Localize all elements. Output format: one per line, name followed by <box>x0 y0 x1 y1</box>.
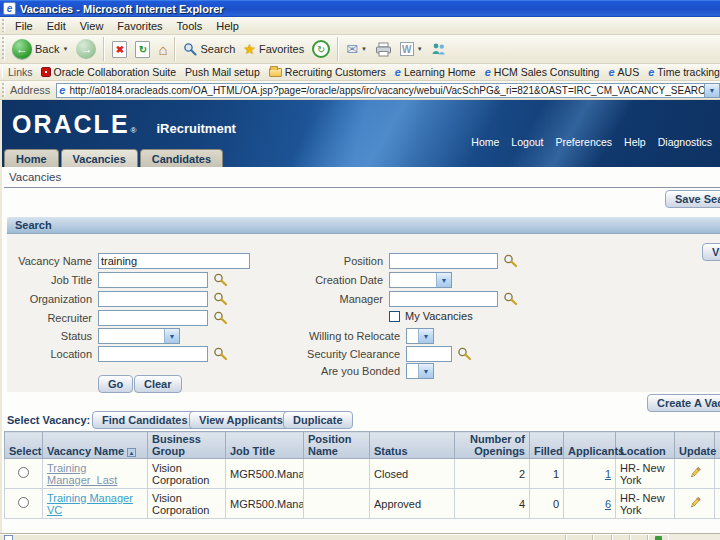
link-push-mail-setup[interactable]: Push Mail setup <box>183 66 267 78</box>
global-link-help[interactable]: Help <box>624 136 646 148</box>
status-divider <box>629 535 630 540</box>
back-button[interactable]: ← Back ▼ <box>8 37 72 61</box>
chevron-down-icon[interactable]: ▼ <box>436 273 451 287</box>
browser-window: e Vacancies - Microsoft Internet Explore… <box>0 0 720 540</box>
update-pencil-icon[interactable] <box>688 470 702 482</box>
messenger-button[interactable] <box>427 40 451 58</box>
my-vacancies-checkbox[interactable] <box>389 311 400 322</box>
applicants-count-link[interactable]: 1 <box>605 468 611 480</box>
manager-lov-button[interactable] <box>503 292 518 306</box>
global-link-home[interactable]: Home <box>471 136 499 148</box>
status-select[interactable]: ▼ <box>98 328 180 344</box>
col-position-name: PositionName <box>304 432 370 459</box>
stop-button[interactable]: ✖ <box>108 39 131 60</box>
tab-candidates[interactable]: Candidates <box>140 149 223 167</box>
linksbar-grip[interactable] <box>2 66 3 78</box>
menu-tools[interactable]: Tools <box>170 18 210 34</box>
row-radio-button[interactable] <box>18 497 29 508</box>
menu-edit[interactable]: Edit <box>40 18 73 34</box>
applicants-count-link[interactable]: 6 <box>605 498 611 510</box>
oracle-logo: ORACLE <box>12 110 130 139</box>
menu-favorites[interactable]: Favorites <box>110 18 169 34</box>
are-you-bonded-field: Are you Bonded ▼ <box>282 363 434 379</box>
print-icon <box>375 42 392 57</box>
link-time-tracking[interactable]: e Time tracking <box>646 66 720 78</box>
organization-lov-button[interactable] <box>213 292 228 306</box>
toolbar-grip[interactable] <box>2 37 5 61</box>
toolbar-separator <box>337 37 339 61</box>
col-job-title: Job Title <box>226 432 304 459</box>
location-input[interactable] <box>98 346 208 362</box>
row-radio-button[interactable] <box>18 467 29 478</box>
global-link-preferences[interactable]: Preferences <box>555 136 612 148</box>
link-oracle-collaboration-suite[interactable]: Oracle Collaboration Suite <box>39 66 184 78</box>
update-cell <box>675 489 715 519</box>
link-learning-home[interactable]: e Learning Home <box>393 66 483 78</box>
create-a-vacancy-button[interactable]: Create A Vaca <box>647 394 720 412</box>
chevron-down-icon[interactable]: ▼ <box>164 329 179 343</box>
history-button[interactable]: ↻ <box>308 38 334 60</box>
find-candidates-button[interactable]: Find Candidates <box>92 411 198 429</box>
job-title-input[interactable] <box>98 272 208 288</box>
sort-ascending-icon[interactable]: ▲ <box>127 448 136 457</box>
job-title-lov-button[interactable] <box>213 273 228 287</box>
menu-help[interactable]: Help <box>209 18 246 34</box>
clear-button[interactable]: Clear <box>134 375 182 393</box>
back-dropdown-caret[interactable]: ▼ <box>62 46 68 52</box>
print-button[interactable] <box>371 40 396 59</box>
location-label: Location <box>2 348 98 360</box>
manager-input[interactable] <box>389 291 498 307</box>
duplicate-button[interactable]: Duplicate <box>283 411 353 429</box>
security-clearance-lov-button[interactable] <box>457 347 472 361</box>
addressbar-grip[interactable] <box>2 83 5 97</box>
tab-home[interactable]: Home <box>4 149 59 167</box>
chevron-down-icon[interactable]: ▼ <box>418 364 433 378</box>
recruiter-label: Recruiter <box>2 312 98 324</box>
chevron-down-icon[interactable]: ▼ <box>418 329 433 343</box>
mail-button[interactable]: ✉ ▼ <box>342 39 371 59</box>
link-recruiting-customers[interactable]: Recruiting Customers <box>267 66 393 78</box>
view-applicants-button[interactable]: View Applicants <box>189 411 293 429</box>
menu-file[interactable]: File <box>8 18 40 34</box>
edit-with-word-button[interactable]: W ▼ <box>396 40 427 58</box>
refresh-button[interactable]: ↻ <box>131 39 154 60</box>
vacancy-name-label: Vacancy Name <box>2 255 98 267</box>
save-search-button[interactable]: Save Sea <box>665 190 720 208</box>
global-link-diagnostics[interactable]: Diagnostics <box>658 136 712 148</box>
vacancy-name-link[interactable]: Training Manager VC <box>47 492 133 516</box>
recruiter-input[interactable] <box>98 310 208 326</box>
vacancy-name-link[interactable]: Training Manager_Last <box>47 462 117 486</box>
organization-input[interactable] <box>98 291 208 307</box>
creation-date-select[interactable]: ▼ <box>389 272 452 288</box>
link-aus[interactable]: e AUS <box>606 66 646 78</box>
position-lov-button[interactable] <box>503 254 518 268</box>
link-hcm-sales-consulting[interactable]: e HCM Sales Consulting <box>483 66 607 78</box>
location-lov-button[interactable] <box>213 347 228 361</box>
col-vacancy-name[interactable]: Vacancy Name▲ <box>43 432 148 459</box>
menu-view[interactable]: View <box>73 18 111 34</box>
mail-dropdown-caret[interactable]: ▼ <box>361 46 367 52</box>
status-divider <box>592 535 593 540</box>
edit-dropdown-caret[interactable]: ▼ <box>417 46 423 52</box>
favorites-button[interactable]: ★ Favorites <box>239 39 308 59</box>
openings-cell: 4 <box>455 489 530 519</box>
update-pencil-icon[interactable] <box>688 500 702 512</box>
menubar-grip[interactable] <box>2 19 5 32</box>
views-button[interactable]: Vi <box>702 243 720 261</box>
global-link-logout[interactable]: Logout <box>511 136 543 148</box>
go-button[interactable]: Go <box>98 375 133 393</box>
home-button[interactable]: ⌂ <box>154 39 171 60</box>
address-input[interactable]: e http://a0184.oracleads.com/OA_HTML/OA.… <box>56 83 705 98</box>
position-input[interactable] <box>389 253 498 269</box>
are-you-bonded-select[interactable]: ▼ <box>406 363 434 379</box>
forward-button[interactable]: → <box>72 37 100 61</box>
address-dropdown-button[interactable]: ▼ <box>705 83 720 98</box>
recruiter-lov-button[interactable] <box>213 311 228 325</box>
security-clearance-input[interactable] <box>406 346 452 362</box>
vacancy-name-input[interactable] <box>98 253 250 269</box>
home-icon: ⌂ <box>158 41 167 58</box>
search-button[interactable]: Search <box>179 40 239 58</box>
col-select: Select <box>5 432 43 459</box>
tab-vacancies[interactable]: Vacancies <box>61 149 138 167</box>
willing-to-relocate-select[interactable]: ▼ <box>406 328 434 344</box>
